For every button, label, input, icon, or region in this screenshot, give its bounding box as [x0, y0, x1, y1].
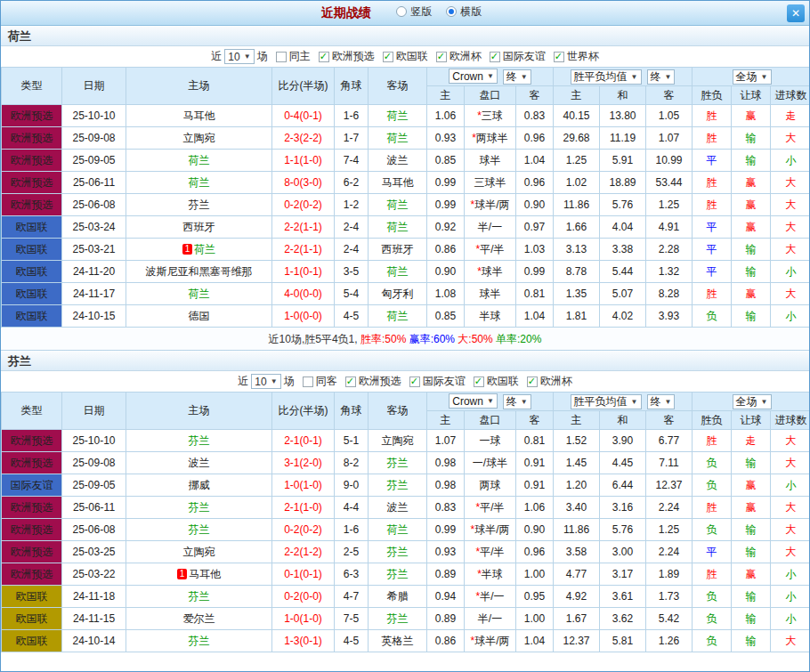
handicap-result-cell: 赢 [732, 563, 771, 586]
corner-score: 8-2 [335, 452, 369, 474]
checkbox-icon[interactable] [319, 52, 329, 62]
team-name: 荷兰 [189, 287, 210, 300]
euro-home-odds: 3.13 [554, 239, 600, 261]
euro-home-odds: 1.02 [554, 172, 600, 194]
checkbox-icon[interactable] [474, 376, 484, 387]
checkbox-icon[interactable] [345, 376, 356, 387]
euro-draw-odds: 3.16 [600, 497, 646, 519]
scope-select[interactable]: 全场▼ [733, 394, 772, 409]
match-score: 2-2(1-2) [272, 541, 335, 563]
goals-result-cell: 小 [771, 150, 810, 172]
result-cell: 胜 [693, 563, 732, 586]
filter-checkbox-nations-league[interactable]: 欧国联 [383, 49, 428, 64]
result-cell: 胜 [693, 497, 732, 519]
asian-home-odds: 0.85 [427, 150, 465, 172]
sub-col-header: 盘口 [465, 411, 516, 430]
section-title: 芬兰 [1, 351, 809, 371]
handicap: *半/一 [465, 586, 516, 608]
checkbox-icon[interactable] [436, 52, 447, 62]
corner-score: 7-4 [335, 150, 369, 172]
result-cell: 负 [693, 305, 732, 328]
filter-checkbox-same-away[interactable]: 同客 [303, 374, 337, 389]
checkbox-icon[interactable] [554, 52, 564, 62]
handicap: *平/半 [465, 541, 516, 563]
euro-home-odds: 1.66 [554, 216, 600, 239]
match-date: 24-11-17 [62, 283, 126, 305]
filter-checkbox-euro-cup[interactable]: 欧洲杯 [436, 49, 482, 64]
handicap-result-cell: 输 [732, 630, 771, 652]
euro-draw-odds: 5.44 [600, 261, 646, 283]
team-section: 荷兰近10▼场同主欧洲预选欧国联欧洲杯国际友谊世界杯类型日期主场比分(半场)角球… [1, 26, 809, 351]
match-date: 25-03-24 [62, 216, 126, 239]
match-date: 25-09-05 [62, 474, 126, 497]
asian-away-odds: 1.06 [516, 497, 554, 519]
filter-checkbox-nations-league[interactable]: 欧国联 [474, 374, 519, 389]
euro-odds-select[interactable]: 胜平负均值▼ [571, 69, 642, 85]
checkbox-label: 欧国联 [487, 374, 519, 389]
team-name: 芬兰 [189, 590, 210, 603]
goals-result-cell: 大 [771, 194, 810, 216]
scope-select[interactable]: 全场▼ [733, 69, 772, 85]
recent-count-select[interactable]: 10▼ [251, 374, 280, 389]
euro-away-odds: 1.26 [646, 630, 693, 652]
favorite-star: * [475, 546, 480, 558]
filter-checkbox-euro-qualifiers[interactable]: 欧洲预选 [319, 49, 375, 64]
match-row: 欧洲预选25-06-08芬兰0-2(0-2)1-6荷兰0.99*球半/两0.90… [2, 519, 810, 541]
filter-checkbox-friendly[interactable]: 国际友谊 [490, 49, 546, 64]
sub-col-header: 进球数 [771, 86, 810, 105]
filter-checkbox-euro-cup[interactable]: 欧洲杯 [527, 374, 572, 389]
euro-away-odds: 1.25 [646, 194, 693, 216]
select-value: 终 [506, 69, 517, 85]
asian-home-odds: 0.98 [427, 452, 465, 474]
goals-result-cell: 大 [771, 497, 810, 519]
checkbox-icon[interactable] [303, 376, 313, 387]
checkbox-icon[interactable] [409, 376, 420, 387]
asian-home-odds: 0.86 [427, 630, 465, 652]
asian-away-odds: 0.81 [516, 283, 554, 305]
euro-home-odds: 1.52 [554, 430, 600, 452]
home-team: 1荷兰 [126, 239, 272, 261]
asian-away-odds: 0.83 [516, 105, 554, 127]
euro-time-select[interactable]: 终▼ [647, 69, 676, 85]
checkbox-icon[interactable] [490, 52, 500, 62]
away-team: 立陶宛 [369, 430, 427, 452]
result-cell: 负 [693, 452, 732, 474]
checkbox-icon[interactable] [527, 376, 538, 387]
euro-home-odds: 1.25 [554, 150, 600, 172]
filter-checkbox-friendly[interactable]: 国际友谊 [409, 374, 466, 389]
match-type-badge: 欧洲预选 [2, 497, 62, 519]
close-button[interactable]: ✕ [787, 4, 805, 22]
sub-col-header: 和 [600, 411, 646, 430]
away-team: 芬兰 [369, 563, 427, 586]
checkbox-icon[interactable] [383, 52, 393, 62]
select-value: Crown [452, 70, 483, 83]
filter-checkbox-same-home[interactable]: 同主 [276, 49, 311, 64]
filter-checkbox-euro-qualifiers[interactable]: 欧洲预选 [345, 374, 401, 389]
odds-time-select[interactable]: 终▼ [503, 69, 531, 85]
corner-score: 1-6 [335, 519, 369, 541]
layout-radio-horizontal[interactable]: 横版 [446, 4, 482, 20]
filter-checkbox-world-cup[interactable]: 世界杯 [554, 49, 599, 64]
favorite-star: * [475, 590, 480, 603]
checkbox-label: 国际友谊 [423, 374, 466, 389]
asian-home-odds: 0.94 [427, 586, 465, 608]
team-name: 芬兰 [189, 198, 210, 211]
favorite-star: * [470, 198, 474, 211]
handicap-result-cell: 赢 [732, 105, 771, 127]
odds-company-select[interactable]: Crown▼ [449, 393, 498, 409]
euro-odds-select[interactable]: 胜平负均值▼ [571, 394, 642, 409]
filter-row: 近10▼场同主欧洲预选欧国联欧洲杯国际友谊世界杯 [1, 46, 809, 67]
asian-odds-group-header: Crown▼终▼ [427, 393, 554, 411]
team-name: 芬兰 [387, 457, 409, 469]
match-row: 欧国联25-03-211荷兰2-2(1-1)2-4西班牙0.86*平/半1.03… [2, 239, 810, 261]
odds-company-select[interactable]: Crown▼ [449, 69, 498, 84]
euro-time-select[interactable]: 终▼ [647, 394, 676, 409]
odds-time-select[interactable]: 终▼ [503, 394, 531, 409]
checkbox-icon[interactable] [276, 52, 287, 62]
team-name: 芬兰 [189, 523, 210, 536]
chevron-down-icon: ▼ [521, 398, 528, 406]
layout-radio-vertical[interactable]: 竖版 [396, 4, 432, 20]
handicap: *球半/两 [465, 519, 516, 541]
recent-count-select[interactable]: 10▼ [224, 49, 254, 64]
match-score: 4-0(0-0) [272, 283, 335, 305]
